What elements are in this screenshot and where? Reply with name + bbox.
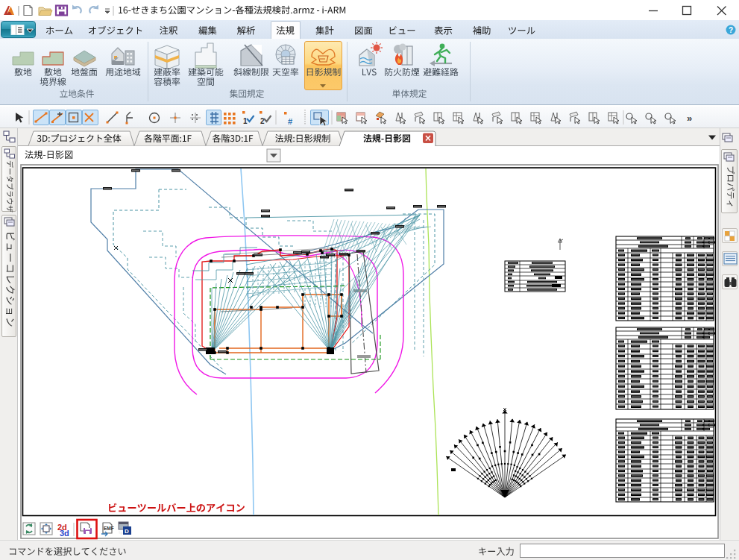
svg-text:»: » — [687, 113, 692, 124]
svg-text:D: D — [125, 528, 129, 535]
svg-text:#: # — [288, 117, 292, 126]
svg-text:1: 1 — [243, 117, 248, 125]
svg-text:2: 2 — [260, 117, 265, 125]
svg-text:3d: 3d — [60, 529, 69, 538]
svg-text:EMF: EMF — [104, 526, 114, 531]
svg-text:?: ? — [729, 26, 733, 34]
